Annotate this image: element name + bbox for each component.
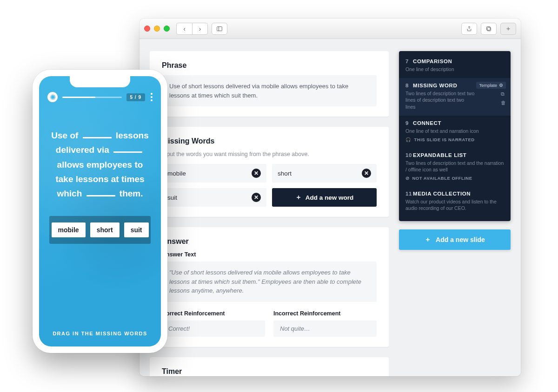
- plus-icon: ＋: [295, 193, 302, 202]
- word-chip-label: mobile: [167, 170, 186, 177]
- blank-slot[interactable]: [86, 195, 115, 196]
- answer-card: Answer Answer Text "Use of short lessons…: [150, 227, 389, 347]
- missing-words-sub: Input the words you want missing from th…: [162, 151, 377, 157]
- close-window-icon[interactable]: [144, 26, 150, 32]
- phone-screen: ✺ 5 / 9 Use of lessons delivered via all…: [39, 76, 161, 346]
- headphones-icon: 🎧: [405, 137, 412, 142]
- add-slide-button[interactable]: ＋ Add a new slide: [399, 229, 511, 250]
- browser-titlebar: ‹ › ＋: [140, 19, 521, 39]
- nav-forward-button[interactable]: ›: [192, 23, 208, 35]
- draggable-word[interactable]: short: [90, 222, 120, 237]
- answer-text-input[interactable]: "Use of short lessons delivered via mobi…: [162, 261, 377, 302]
- blank-slot[interactable]: [83, 137, 112, 138]
- word-chip[interactable]: suit ✕: [162, 188, 266, 207]
- draggable-word[interactable]: suit: [124, 222, 149, 237]
- word-tray: mobile short suit: [49, 216, 151, 244]
- window-controls: [144, 26, 170, 32]
- drag-instruction: DRAG IN THE MISSING WORDS: [39, 322, 161, 346]
- plus-icon: ＋: [425, 235, 431, 244]
- minimize-window-icon[interactable]: [154, 26, 160, 32]
- phone-notch: [70, 76, 130, 87]
- editor-column: Phrase Use of short lessons delivered vi…: [150, 51, 389, 376]
- panel-icon: [217, 26, 222, 32]
- phrase-title: Phrase: [162, 61, 377, 70]
- answer-title: Answer: [162, 237, 377, 246]
- gear-icon: ⚙: [499, 83, 503, 88]
- slide-panel: 7COMPARISON One line of description Temp…: [399, 51, 511, 221]
- add-word-label: Add a new word: [306, 194, 354, 201]
- remove-word-icon[interactable]: ✕: [362, 169, 371, 178]
- slide-item-missing-word[interactable]: Template ⚙ ⧉ 🗑 8MISSING WORD Two lines o…: [399, 78, 511, 116]
- offline-icon: ⊘: [405, 176, 410, 181]
- answer-text-label: Answer Text: [162, 251, 377, 258]
- incorrect-reinforcement-label: Incorrect Reinforcement: [273, 310, 377, 317]
- word-chip[interactable]: short ✕: [272, 164, 377, 183]
- progress-bar: [62, 97, 122, 98]
- word-chip-label: suit: [167, 194, 177, 201]
- phrase-input[interactable]: Use of short lessons delivered via mobil…: [162, 75, 377, 106]
- tabs-button[interactable]: [481, 23, 497, 35]
- word-chip-label: short: [278, 170, 292, 177]
- missing-words-card: Missing Words Input the words you want m…: [150, 127, 389, 217]
- correct-reinforcement-label: Correct Reinforcement: [162, 310, 265, 317]
- phone-preview: ✺ 5 / 9 Use of lessons delivered via all…: [33, 70, 167, 353]
- slide-item-expandable-list[interactable]: 10EXPANDABLE LIST Two lines of descripti…: [399, 148, 511, 186]
- missing-words-title: Missing Words: [162, 137, 377, 145]
- template-badge[interactable]: Template ⚙: [476, 82, 506, 89]
- slide-list-column: 7COMPARISON One line of description Temp…: [399, 51, 511, 376]
- remove-word-icon[interactable]: ✕: [252, 193, 261, 202]
- draggable-word[interactable]: mobile: [52, 222, 86, 237]
- fill-in-sentence: Use of lessons delivered via allows empl…: [39, 102, 161, 201]
- word-chip[interactable]: mobile ✕: [162, 164, 266, 183]
- slide-item-media-collection[interactable]: 11MEDIA COLLECTION Watch our product vid…: [399, 186, 511, 217]
- duplicate-slide-icon[interactable]: ⧉: [501, 91, 506, 97]
- share-icon: [466, 26, 472, 32]
- maximize-window-icon[interactable]: [164, 26, 170, 32]
- correct-reinforcement-input[interactable]: Correct!: [162, 320, 265, 337]
- delete-slide-icon[interactable]: 🗑: [501, 100, 506, 105]
- svg-rect-0: [217, 26, 222, 31]
- nav-back-button[interactable]: ‹: [176, 23, 192, 35]
- timer-title: Timer: [162, 367, 377, 376]
- sidebar-toggle-button[interactable]: [212, 23, 227, 35]
- phrase-card: Phrase Use of short lessons delivered vi…: [150, 51, 389, 117]
- timer-card: Timer: [150, 357, 389, 377]
- remove-word-icon[interactable]: ✕: [252, 169, 261, 178]
- new-tab-button[interactable]: ＋: [500, 23, 516, 35]
- add-slide-label: Add a new slide: [436, 236, 485, 243]
- tabs-icon: [486, 26, 492, 32]
- browser-window: ‹ › ＋ Phrase Use of short lessons delive…: [140, 19, 521, 376]
- add-word-button[interactable]: ＋ Add a new word: [272, 188, 377, 207]
- slide-item-connect[interactable]: 9CONNECT One line of text and narration …: [399, 116, 511, 148]
- blank-slot[interactable]: [113, 151, 142, 153]
- slide-item-comparison[interactable]: 7COMPARISON One line of description: [399, 54, 511, 78]
- share-button[interactable]: [461, 23, 477, 35]
- incorrect-reinforcement-input[interactable]: Not quite…: [273, 320, 377, 337]
